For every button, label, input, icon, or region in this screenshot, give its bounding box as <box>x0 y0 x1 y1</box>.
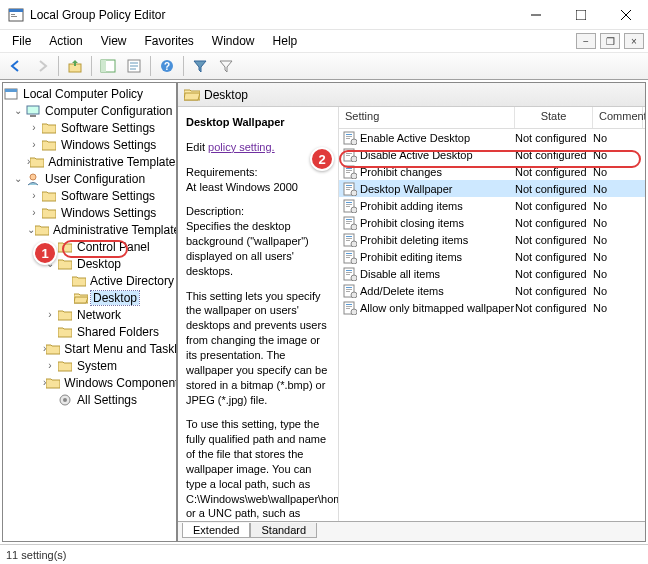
folder-icon <box>41 206 57 220</box>
setting-row[interactable]: Disable all itemsNot configuredNo <box>339 265 645 282</box>
setting-row[interactable]: Enable Active DesktopNot configuredNo <box>339 129 645 146</box>
forward-button[interactable] <box>30 54 54 78</box>
policy-item-icon <box>343 250 357 264</box>
filter-options-button[interactable] <box>214 54 238 78</box>
maximize-button[interactable] <box>558 0 603 30</box>
up-button[interactable] <box>63 54 87 78</box>
policy-item-icon <box>343 131 357 145</box>
mdi-restore-button[interactable]: ❐ <box>600 33 620 49</box>
folder-icon <box>46 342 60 356</box>
tree-item[interactable]: ›Control Panel <box>3 238 176 255</box>
tab-standard[interactable]: Standard <box>250 523 317 538</box>
minimize-button[interactable] <box>513 0 558 30</box>
folder-icon <box>57 257 73 271</box>
console-tree[interactable]: Local Computer Policy ⌄Computer Configur… <box>2 82 177 542</box>
folder-icon <box>35 223 49 237</box>
svg-rect-51 <box>346 221 352 222</box>
setting-row[interactable]: Prohibit adding itemsNot configuredNo <box>339 197 645 214</box>
folder-icon <box>57 325 73 339</box>
tree-item[interactable]: ›Windows Settings <box>3 136 176 153</box>
setting-state: Not configured <box>515 251 593 263</box>
description-text: Specifies the desktop background ("wallp… <box>186 220 309 277</box>
svg-rect-35 <box>346 168 352 169</box>
setting-title: Desktop Wallpaper <box>186 115 330 130</box>
menu-action[interactable]: Action <box>41 32 90 50</box>
col-setting[interactable]: Setting <box>339 107 515 128</box>
col-state[interactable]: State <box>515 107 593 128</box>
collapse-icon[interactable]: ⌄ <box>27 224 35 235</box>
tree-user-config[interactable]: ⌄User Configuration <box>3 170 176 187</box>
svg-rect-32 <box>346 155 350 156</box>
tree-item[interactable]: ›Administrative Templates <box>3 153 176 170</box>
tree-desktop-selected[interactable]: Desktop <box>3 289 176 306</box>
collapse-icon[interactable]: ⌄ <box>11 173 25 184</box>
expand-icon[interactable]: › <box>27 190 41 201</box>
expand-icon[interactable]: › <box>27 139 41 150</box>
setting-row[interactable]: Prohibit editing itemsNot configuredNo <box>339 248 645 265</box>
setting-name: Add/Delete items <box>360 285 444 297</box>
tree-item[interactable]: ›Software Settings <box>3 119 176 136</box>
edit-policy-link[interactable]: policy setting. <box>208 141 275 153</box>
tree-item[interactable]: Shared Folders <box>3 323 176 340</box>
svg-rect-3 <box>11 16 17 17</box>
annotation-badge-1: 1 <box>33 241 57 265</box>
setting-name: Prohibit adding items <box>360 200 463 212</box>
svg-rect-77 <box>346 308 350 309</box>
content-title: Desktop <box>204 88 248 102</box>
setting-row[interactable]: Prohibit deleting itemsNot configuredNo <box>339 231 645 248</box>
tree-item[interactable]: Active Directory <box>3 272 176 289</box>
show-hide-tree-button[interactable] <box>96 54 120 78</box>
close-button[interactable] <box>603 0 648 30</box>
setting-row[interactable]: Prohibit closing itemsNot configuredNo <box>339 214 645 231</box>
policy-item-icon <box>343 301 357 315</box>
expand-icon[interactable]: › <box>27 207 41 218</box>
settings-list[interactable]: Setting State Comment Enable Active Desk… <box>339 107 645 521</box>
col-comment[interactable]: Comment <box>593 107 643 128</box>
tree-item[interactable]: ›Network <box>3 306 176 323</box>
mdi-minimize-button[interactable]: − <box>576 33 596 49</box>
window-title: Local Group Policy Editor <box>30 8 513 22</box>
setting-state: Not configured <box>515 268 593 280</box>
properties-button[interactable] <box>122 54 146 78</box>
menu-file[interactable]: File <box>4 32 39 50</box>
setting-row[interactable]: Add/Delete itemsNot configuredNo <box>339 282 645 299</box>
menu-window[interactable]: Window <box>204 32 263 50</box>
mdi-close-button[interactable]: × <box>624 33 644 49</box>
tree-all-settings[interactable]: All Settings <box>3 391 176 408</box>
setting-row[interactable]: Allow only bitmapped wallpaperNot config… <box>339 299 645 316</box>
setting-row[interactable]: Prohibit changesNot configuredNo <box>339 163 645 180</box>
tree-root[interactable]: Local Computer Policy <box>3 85 176 102</box>
folder-icon <box>57 308 73 322</box>
back-button[interactable] <box>4 54 28 78</box>
folder-open-icon <box>184 88 200 102</box>
setting-comment: No <box>593 200 638 212</box>
policy-item-icon <box>343 284 357 298</box>
svg-rect-71 <box>346 289 352 290</box>
svg-point-21 <box>30 174 36 180</box>
expand-icon[interactable]: › <box>43 360 57 371</box>
tree-item[interactable]: ›Start Menu and Taskba <box>3 340 176 357</box>
menu-view[interactable]: View <box>93 32 135 50</box>
filter-button[interactable] <box>188 54 212 78</box>
menu-favorites[interactable]: Favorites <box>137 32 202 50</box>
setting-row[interactable]: Disable Active DesktopNot configuredNo <box>339 146 645 163</box>
tree-item[interactable]: ›Windows Settings <box>3 204 176 221</box>
collapse-icon[interactable]: ⌄ <box>11 105 25 116</box>
setting-name: Desktop Wallpaper <box>360 183 453 195</box>
svg-point-73 <box>351 292 357 298</box>
tree-item[interactable]: ›System <box>3 357 176 374</box>
expand-icon[interactable]: › <box>43 309 57 320</box>
svg-point-38 <box>351 173 357 179</box>
svg-rect-75 <box>346 304 352 305</box>
tree-computer-config[interactable]: ⌄Computer Configuration <box>3 102 176 119</box>
status-text: 11 setting(s) <box>6 549 67 561</box>
setting-row[interactable]: Desktop WallpaperNot configuredNo <box>339 180 645 197</box>
tree-item[interactable]: ›Software Settings <box>3 187 176 204</box>
tab-extended[interactable]: Extended <box>182 523 250 538</box>
help-button[interactable]: ? <box>155 54 179 78</box>
tree-item[interactable]: ›Windows Components <box>3 374 176 391</box>
menu-help[interactable]: Help <box>265 32 306 50</box>
tree-admin-templates[interactable]: ⌄Administrative Templates <box>3 221 176 238</box>
tree-desktop-parent[interactable]: ⌄Desktop <box>3 255 176 272</box>
expand-icon[interactable]: › <box>27 122 41 133</box>
